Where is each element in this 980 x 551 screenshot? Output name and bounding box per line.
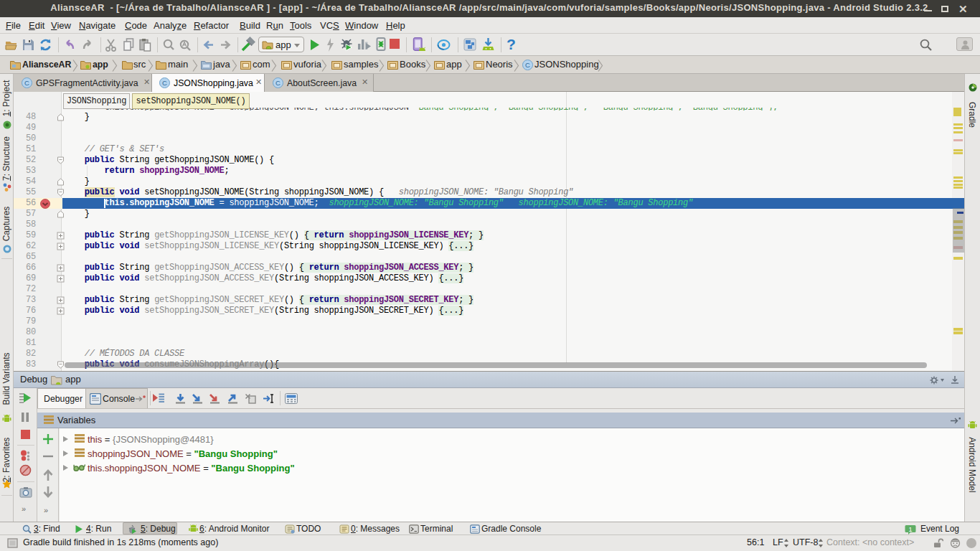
svg-text:C: C xyxy=(162,79,167,87)
svg-text:1: 1 xyxy=(908,526,912,533)
svg-text:C: C xyxy=(275,79,281,87)
svg-text:C: C xyxy=(24,79,29,87)
svg-text:C: C xyxy=(525,61,530,69)
